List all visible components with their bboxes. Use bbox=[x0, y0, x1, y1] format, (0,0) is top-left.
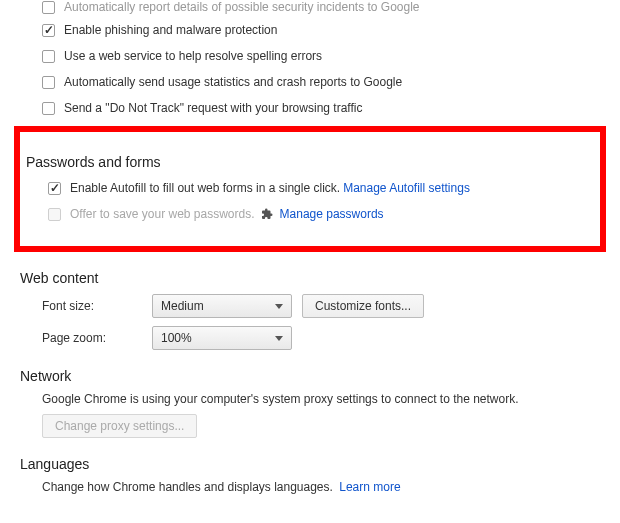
manage-autofill-link[interactable]: Manage Autofill settings bbox=[343, 181, 470, 195]
privacy-do-not-track-label: Send a "Do Not Track" request with your … bbox=[64, 101, 362, 115]
font-size-select[interactable]: Medium bbox=[152, 294, 292, 318]
puzzle-icon bbox=[261, 208, 273, 220]
save-passwords-label: Offer to save your web passwords. bbox=[70, 207, 255, 221]
manage-passwords-link[interactable]: Manage passwords bbox=[280, 207, 384, 221]
languages-desc: Change how Chrome handles and displays l… bbox=[42, 480, 333, 494]
network-desc: Google Chrome is using your computer's s… bbox=[42, 392, 600, 406]
privacy-do-not-track-checkbox[interactable] bbox=[42, 102, 55, 115]
save-passwords-checkbox[interactable] bbox=[48, 208, 61, 221]
network-heading: Network bbox=[20, 368, 600, 384]
privacy-spelling-checkbox[interactable] bbox=[42, 50, 55, 63]
chevron-down-icon bbox=[275, 304, 283, 309]
privacy-report-label: Automatically report details of possible… bbox=[64, 0, 420, 14]
autofill-label: Enable Autofill to fill out web forms in… bbox=[70, 181, 340, 195]
page-zoom-select[interactable]: 100% bbox=[152, 326, 292, 350]
passwords-forms-highlight: Passwords and forms Enable Autofill to f… bbox=[14, 126, 606, 252]
customize-fonts-button[interactable]: Customize fonts... bbox=[302, 294, 424, 318]
privacy-usage-stats-checkbox[interactable] bbox=[42, 76, 55, 89]
font-size-value: Medium bbox=[161, 299, 204, 313]
privacy-report-checkbox[interactable] bbox=[42, 1, 55, 14]
chevron-down-icon bbox=[275, 336, 283, 341]
page-zoom-label: Page zoom: bbox=[42, 331, 152, 345]
passwords-forms-heading: Passwords and forms bbox=[26, 154, 594, 170]
web-content-heading: Web content bbox=[20, 270, 600, 286]
languages-heading: Languages bbox=[20, 456, 600, 472]
autofill-checkbox[interactable] bbox=[48, 182, 61, 195]
privacy-phishing-label: Enable phishing and malware protection bbox=[64, 23, 277, 37]
privacy-spelling-label: Use a web service to help resolve spelli… bbox=[64, 49, 322, 63]
page-zoom-value: 100% bbox=[161, 331, 192, 345]
privacy-phishing-checkbox[interactable] bbox=[42, 24, 55, 37]
privacy-usage-stats-label: Automatically send usage statistics and … bbox=[64, 75, 402, 89]
languages-learn-more-link[interactable]: Learn more bbox=[339, 480, 400, 494]
font-size-label: Font size: bbox=[42, 299, 152, 313]
change-proxy-button[interactable]: Change proxy settings... bbox=[42, 414, 197, 438]
